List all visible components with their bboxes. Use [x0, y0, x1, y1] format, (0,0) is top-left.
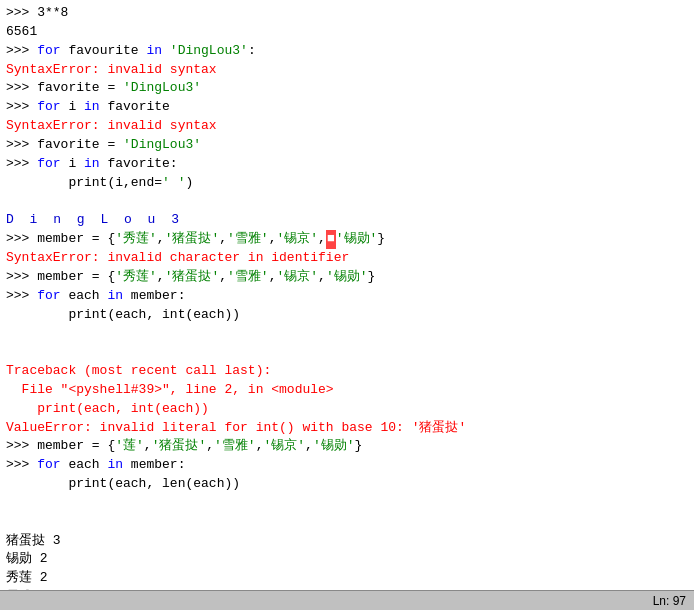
line-26 [6, 494, 688, 513]
line-18 [6, 343, 688, 362]
line-14: >>> member = {'秀莲','猪蛋挞','雪雅','锡京','锡勋'} [6, 268, 688, 287]
line-11 [6, 192, 688, 211]
line-5: >>> favorite = 'DingLou3' [6, 79, 688, 98]
line-12: >>> member = {'秀莲','猪蛋挞','雪雅','锡京',■'锡勋'… [6, 230, 688, 249]
line-17 [6, 324, 688, 343]
line-1: >>> 3**8 [6, 4, 688, 23]
line-output-xiulian: 秀莲 2 [6, 569, 688, 588]
line-22: ValueError: invalid literal for int() wi… [6, 419, 688, 438]
line-6: >>> for i in favorite [6, 98, 688, 117]
line-10: print(i,end=' ') [6, 174, 688, 193]
line-dinglououtput: D i n g L o u 3 [6, 211, 688, 230]
line-9: >>> for i in favorite: [6, 155, 688, 174]
line-8: >>> favorite = 'DingLou3' [6, 136, 688, 155]
line-3: >>> for favourite in 'DingLou3': [6, 42, 688, 61]
line-output-zhudanta: 猪蛋挞 3 [6, 532, 688, 551]
line-19: Traceback (most recent call last): [6, 362, 688, 381]
line-7: SyntaxError: invalid syntax [6, 117, 688, 136]
line-25: print(each, len(each)) [6, 475, 688, 494]
line-number: Ln: 97 [653, 594, 686, 608]
line-20: File "<pyshell#39>", line 2, in <module> [6, 381, 688, 400]
terminal-window[interactable]: >>> 3**8 6561 >>> for favourite in 'Ding… [0, 0, 694, 590]
line-13: SyntaxError: invalid character in identi… [6, 249, 688, 268]
line-24: >>> for each in member: [6, 456, 688, 475]
line-16: print(each, int(each)) [6, 306, 688, 325]
line-21: print(each, int(each)) [6, 400, 688, 419]
line-27 [6, 513, 688, 532]
line-23: >>> member = {'莲','猪蛋挞','雪雅','锡京','锡勋'} [6, 437, 688, 456]
line-15: >>> for each in member: [6, 287, 688, 306]
line-2: 6561 [6, 23, 688, 42]
status-bar: Ln: 97 [0, 590, 694, 610]
line-4: SyntaxError: invalid syntax [6, 61, 688, 80]
line-output-xixun: 锡勋 2 [6, 550, 688, 569]
